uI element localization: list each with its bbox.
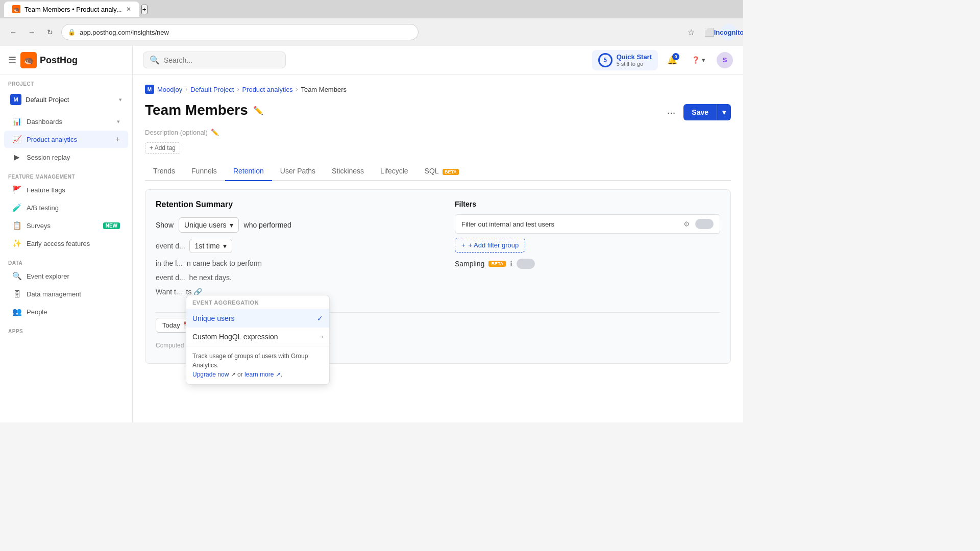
or-text: ↗ xyxy=(231,371,237,378)
in-the-text: in the l... xyxy=(156,259,183,267)
quick-start-button[interactable]: 5 Quick Start 5 still to go xyxy=(592,50,658,70)
sql-beta-badge: BETA xyxy=(443,169,459,175)
notification-badge: 0 xyxy=(672,53,679,60)
back-button[interactable]: ← xyxy=(6,25,20,39)
save-button[interactable]: Save ▾ xyxy=(683,104,731,120)
search-box[interactable]: 🔍 xyxy=(143,52,286,68)
search-input[interactable] xyxy=(164,56,279,64)
project-item[interactable]: M Default Project ▾ xyxy=(6,91,126,108)
forward-button[interactable]: → xyxy=(24,25,39,39)
sampling-row: Sampling BETA ℹ xyxy=(455,259,720,269)
event-explorer-icon: 🔍 xyxy=(12,271,21,281)
reload-button[interactable]: ↻ xyxy=(43,25,57,39)
tab-user-paths[interactable]: User Paths xyxy=(272,162,324,181)
save-dropdown-arrow[interactable]: ▾ xyxy=(717,104,731,120)
event-aggregation-dropdown[interactable]: EVENT AGGREGATION Unique users ✓ Custom … xyxy=(186,295,330,385)
sidebar-item-event-explorer[interactable]: 🔍 Event explorer xyxy=(4,267,128,285)
hamburger-icon[interactable]: ☰ xyxy=(8,55,16,66)
breadcrumb-project-link[interactable]: Default Project xyxy=(190,86,234,93)
help-button[interactable]: ❓ ▾ xyxy=(687,53,710,67)
sidebar-item-dashboards[interactable]: 📊 Dashboards ▾ xyxy=(4,113,128,130)
event-a-label-text: event d... xyxy=(156,242,185,250)
quick-start-progress: 5 xyxy=(598,53,612,67)
data-management-icon: 🗄 xyxy=(12,289,21,298)
sidebar-nav: 📊 Dashboards ▾ 📈 Product analytics + ▶ S… xyxy=(0,112,132,422)
custom-hogql-option[interactable]: Custom HogQL expression › xyxy=(186,328,329,346)
breadcrumb: M Moodjoy › Default Project › Product an… xyxy=(145,85,731,94)
sampling-toggle[interactable] xyxy=(517,259,535,269)
sidebar-item-label: Dashboards xyxy=(27,118,112,126)
event-agg-header: EVENT AGGREGATION xyxy=(186,295,329,309)
event-b-row: event d... he next days. xyxy=(156,273,434,282)
tag-row: + Add tag xyxy=(145,142,731,154)
sidebar-item-session-replay[interactable]: ▶ Session replay xyxy=(4,148,128,166)
unique-users-dropdown[interactable]: Unique users ▾ xyxy=(179,217,239,233)
check-icon: ✓ xyxy=(317,314,323,322)
tab-trends[interactable]: Trends xyxy=(145,162,183,181)
custom-hogql-label: Custom HogQL expression xyxy=(192,333,278,341)
active-tab[interactable]: 🦔 Team Members • Product analy... ✕ xyxy=(4,2,139,17)
browser-profile-button[interactable]: Incognito xyxy=(721,24,737,40)
add-insight-icon[interactable]: + xyxy=(115,135,120,144)
first-time-dropdown[interactable]: 1st time ▾ xyxy=(189,239,232,253)
project-avatar: M xyxy=(10,94,21,105)
session-replay-icon: ▶ xyxy=(12,153,21,162)
bookmark-button[interactable]: ☆ xyxy=(684,25,698,39)
breadcrumb-current: Team Members xyxy=(301,86,347,93)
address-bar[interactable]: 🔒 app.posthog.com/insights/new xyxy=(61,24,419,40)
nav-right: ☆ ⬜ Incognito xyxy=(684,24,737,40)
tab-funnels[interactable]: Funnels xyxy=(183,162,225,181)
tab-close-btn[interactable]: ✕ xyxy=(126,6,131,13)
sidebar-item-early-access[interactable]: ✨ Early access features xyxy=(4,235,128,252)
breadcrumb-sep-1: › xyxy=(185,86,187,93)
event-b-label-text: event d... xyxy=(156,273,185,282)
add-filter-label: + Add filter group xyxy=(469,241,519,249)
sidebar-item-surveys[interactable]: 📋 Surveys NEW xyxy=(4,217,128,234)
upgrade-now-link[interactable]: Upgrade now xyxy=(192,371,229,378)
title-row: Team Members ✏️ xyxy=(145,102,659,118)
filter-gear-icon[interactable]: ⚙ xyxy=(683,220,690,228)
lock-icon: 🔒 xyxy=(68,29,76,36)
sidebar-item-feature-flags[interactable]: 🚩 Feature flags xyxy=(4,181,128,198)
learn-more-link[interactable]: learn more ↗. xyxy=(244,371,282,378)
tab-stickiness[interactable]: Stickiness xyxy=(324,162,372,181)
project-name: Default Project xyxy=(26,96,115,104)
description-row[interactable]: Description (optional) ✏️ xyxy=(145,129,731,136)
notification-bell-button[interactable]: 🔔 0 xyxy=(664,52,680,68)
sidebar-item-ab-testing[interactable]: 🧪 A/B testing xyxy=(4,199,128,216)
unique-users-option[interactable]: Unique users ✓ xyxy=(186,309,329,328)
add-filter-button[interactable]: + + Add filter group xyxy=(455,238,525,253)
description-edit-icon[interactable]: ✏️ xyxy=(211,129,219,136)
tab-retention[interactable]: Retention xyxy=(225,162,272,181)
or-word: or xyxy=(237,371,243,378)
posthog-logo[interactable]: 🦔 PostHog xyxy=(20,52,78,68)
filter-toggle[interactable] xyxy=(695,219,714,229)
add-tag-button[interactable]: + Add tag xyxy=(145,142,180,154)
filter-internal-users: Filter out internal and test users ⚙ xyxy=(455,214,720,234)
sidebar-item-data-management[interactable]: 🗄 Data management xyxy=(4,285,128,303)
tab-lifecycle[interactable]: Lifecycle xyxy=(372,162,416,181)
unique-users-label: Unique users xyxy=(192,314,235,322)
more-options-button[interactable]: ··· xyxy=(663,105,680,120)
top-bar: 🔍 5 Quick Start 5 still to go 🔔 0 ❓ xyxy=(133,46,743,74)
sidebar-item-product-analytics[interactable]: 📈 Product analytics + xyxy=(4,131,128,148)
user-avatar-button[interactable]: S xyxy=(717,52,733,68)
new-tab-button[interactable]: + xyxy=(141,5,148,14)
quick-start-label: Quick Start xyxy=(617,53,652,61)
svg-text:🦔: 🦔 xyxy=(23,56,34,65)
sampling-info-icon[interactable]: ℹ xyxy=(510,260,512,268)
want-text: Want t... xyxy=(156,288,182,296)
filter-internal-label: Filter out internal and test users xyxy=(461,220,678,228)
sidebar-item-label: Feature flags xyxy=(27,186,120,194)
edit-title-icon[interactable]: ✏️ xyxy=(253,106,263,115)
sidebar-item-people[interactable]: 👥 People xyxy=(4,303,128,320)
help-icon: ❓ xyxy=(692,56,700,64)
posthog-logo-icon: 🦔 xyxy=(20,52,37,68)
description-text: Description (optional) xyxy=(145,129,208,136)
tab-sql[interactable]: SQL BETA xyxy=(416,162,467,181)
org-avatar: M xyxy=(145,85,154,94)
surveys-icon: 📋 xyxy=(12,221,21,230)
breadcrumb-org-link[interactable]: Moodjoy xyxy=(157,86,182,93)
sidebar-item-label: People xyxy=(27,308,120,316)
breadcrumb-section-link[interactable]: Product analytics xyxy=(242,86,292,93)
